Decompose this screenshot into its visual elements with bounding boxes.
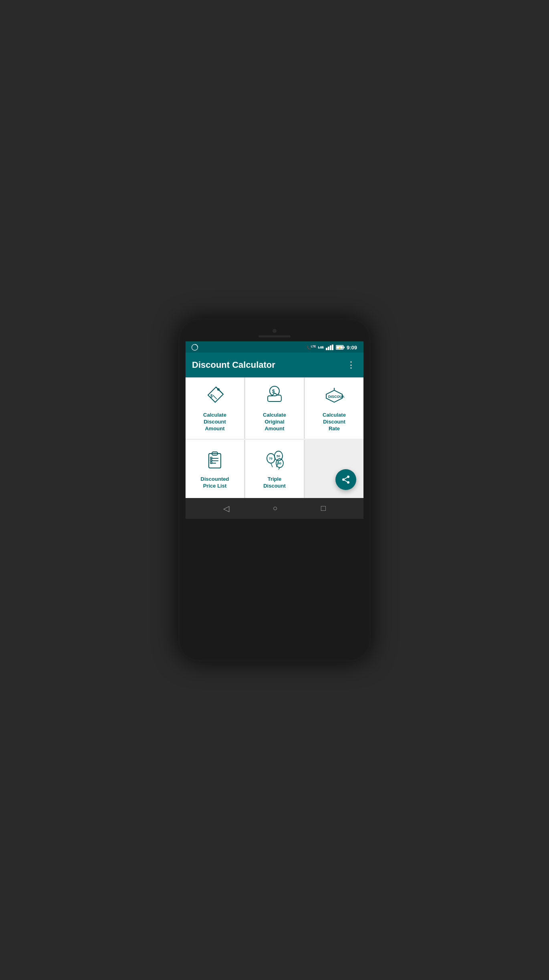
grid-item-discounted-price-list[interactable]: DiscountedPrice List	[186, 440, 244, 498]
calculate-discount-amount-label: CalculateDiscountAmount	[203, 412, 226, 432]
battery-icon: ⚡	[336, 345, 345, 350]
svg-rect-4	[332, 345, 333, 350]
svg-rect-2	[328, 347, 329, 350]
grid-item-triple-discount[interactable]: 70 50 90 TripleDiscount	[245, 440, 304, 498]
phone-screen: 📞LTE LtE ⚡ 9:09	[186, 341, 363, 519]
svg-text:⚡: ⚡	[338, 346, 341, 350]
calculate-original-amount-label: CalculateOriginalAmount	[263, 412, 286, 432]
lte2-icon: LtE	[318, 345, 324, 349]
svg-point-35	[342, 478, 345, 481]
clipboard-icon	[205, 450, 225, 471]
svg-rect-1	[326, 348, 327, 350]
nav-bar: ◁ ○ □	[186, 498, 363, 519]
main-content: $ CalculateDiscountAmount $	[186, 377, 363, 498]
calculate-discount-rate-label: CalculateDiscountRate	[323, 412, 346, 432]
recents-button[interactable]: □	[321, 504, 326, 513]
svg-text:90: 90	[278, 462, 281, 465]
phone-device: 📞LTE LtE ⚡ 9:09	[178, 319, 371, 661]
status-left	[191, 344, 198, 351]
svg-line-38	[345, 477, 347, 479]
svg-text:$: $	[210, 394, 213, 398]
grid-item-calculate-discount-amount[interactable]: $ CalculateDiscountAmount	[186, 377, 244, 439]
discount-sign-icon: DISCOUNT	[324, 385, 344, 407]
discounted-price-list-label: DiscountedPrice List	[201, 476, 229, 490]
grid-row-1: $ CalculateDiscountAmount $	[186, 377, 363, 439]
phone-bottom	[186, 519, 363, 527]
phone-top	[186, 326, 363, 341]
signal-icon	[191, 344, 198, 351]
back-button[interactable]: ◁	[223, 504, 229, 513]
svg-rect-23	[210, 460, 212, 461]
svg-text:50: 50	[277, 454, 280, 458]
svg-point-34	[347, 476, 349, 478]
share-fab-button[interactable]	[335, 469, 356, 490]
svg-line-11	[213, 395, 217, 399]
hand-coin-icon: $	[264, 385, 285, 407]
svg-line-27	[271, 463, 272, 467]
overflow-menu-button[interactable]: ⋮	[345, 358, 357, 372]
svg-rect-24	[210, 462, 212, 464]
price-tag-icon: $	[205, 385, 225, 407]
svg-text:70: 70	[269, 457, 272, 460]
balloons-icon: 70 50 90	[264, 450, 285, 471]
grid-empty-cell	[305, 440, 363, 498]
signal-bars-icon	[326, 345, 334, 350]
app-title: Discount Calculator	[192, 360, 275, 370]
svg-text:DISCOUNT: DISCOUNT	[328, 395, 344, 399]
grid-row-2: DiscountedPrice List 70 50	[186, 440, 363, 498]
home-button[interactable]: ○	[272, 504, 277, 513]
app-bar: Discount Calculator ⋮	[186, 353, 363, 377]
status-right: 📞LTE LtE ⚡ 9:09	[307, 345, 357, 351]
svg-line-37	[345, 480, 347, 482]
status-time: 9:09	[347, 345, 357, 351]
lte-icon: 📞LTE	[307, 345, 316, 350]
camera	[272, 329, 277, 333]
svg-rect-22	[210, 457, 212, 459]
speaker	[258, 335, 291, 337]
grid-item-calculate-discount-rate[interactable]: DISCOUNT CalculateDiscountRate	[305, 377, 363, 439]
svg-rect-3	[330, 345, 331, 350]
svg-point-36	[347, 481, 349, 484]
svg-point-9	[217, 388, 220, 391]
status-bar: 📞LTE LtE ⚡ 9:09	[186, 341, 363, 353]
triple-discount-label: TripleDiscount	[263, 476, 286, 490]
share-icon	[341, 475, 351, 484]
grid-item-calculate-original-amount[interactable]: $ CalculateOriginalAmount	[245, 377, 304, 439]
svg-rect-6	[344, 347, 345, 348]
